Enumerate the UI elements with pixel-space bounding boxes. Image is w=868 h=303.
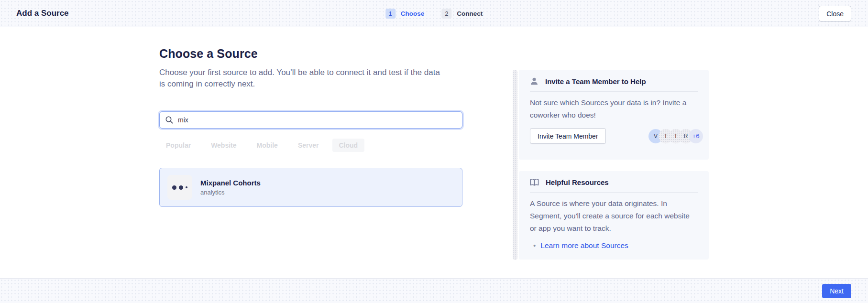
learn-more-sources-link[interactable]: Learn more about Sources [540, 240, 628, 250]
choose-source-panel: Choose a Source Choose your first source… [159, 27, 462, 207]
invite-actions-row: Invite Team Member V T T R +6 [519, 121, 709, 144]
resources-card-title: Helpful Resources [546, 178, 609, 186]
step-connect-number: 2 [441, 9, 451, 19]
tab-cloud[interactable]: Cloud [332, 139, 365, 152]
mixpanel-cohorts-logo-icon [167, 175, 192, 200]
step-choose[interactable]: 1 Choose [385, 9, 425, 19]
close-button[interactable]: Close [819, 6, 851, 22]
step-connect[interactable]: 2 Connect [441, 9, 483, 19]
invite-team-card: Invite a Team Member to Help Not sure wh… [519, 70, 709, 160]
step-choose-number: 1 [385, 9, 396, 19]
page-title: Add a Source [16, 9, 69, 18]
person-icon [530, 77, 538, 86]
step-connect-label: Connect [457, 10, 483, 17]
invite-card-header: Invite a Team Member to Help [519, 70, 709, 86]
search-icon [165, 116, 174, 124]
next-button[interactable]: Next [822, 284, 851, 298]
invite-team-member-button[interactable]: Invite Team Member [530, 128, 606, 144]
team-avatar-stack: V T T R +6 [648, 129, 703, 143]
tab-mobile[interactable]: Mobile [250, 139, 285, 152]
step-choose-label: Choose [401, 10, 425, 17]
bottom-bar: Next [0, 278, 868, 303]
avatar-overflow-count: +6 [689, 129, 703, 143]
helpful-resources-card: Helpful Resources A Source is where your… [519, 171, 709, 260]
resources-card-body: A Source is where your data originates. … [519, 193, 709, 235]
tab-popular[interactable]: Popular [159, 139, 198, 152]
resources-link-item: • Learn more about Sources [519, 235, 709, 250]
category-tabs: Popular Website Mobile Server Cloud [159, 139, 462, 152]
scrollbar-track[interactable] [513, 70, 517, 260]
source-category: analytics [200, 189, 261, 196]
tab-server[interactable]: Server [291, 139, 326, 152]
source-name: Mixpanel Cohorts [200, 179, 261, 187]
invite-card-body: Not sure which Sources your data is in? … [519, 92, 709, 121]
section-description: Choose your first source to add. You’ll … [159, 67, 444, 90]
search-input[interactable] [159, 111, 462, 129]
wizard-stepper: 1 Choose 2 Connect [385, 0, 483, 27]
bullet-icon: • [533, 240, 536, 250]
source-search [159, 111, 462, 129]
source-result-mixpanel-cohorts[interactable]: Mixpanel Cohorts analytics [159, 168, 462, 207]
tab-website[interactable]: Website [204, 139, 243, 152]
section-heading: Choose a Source [159, 47, 462, 61]
invite-card-title: Invite a Team Member to Help [545, 77, 646, 86]
top-bar: Add a Source 1 Choose 2 Connect Close [0, 0, 868, 27]
book-icon [530, 178, 539, 186]
resources-card-header: Helpful Resources [519, 171, 709, 186]
source-result-text: Mixpanel Cohorts analytics [200, 179, 261, 196]
